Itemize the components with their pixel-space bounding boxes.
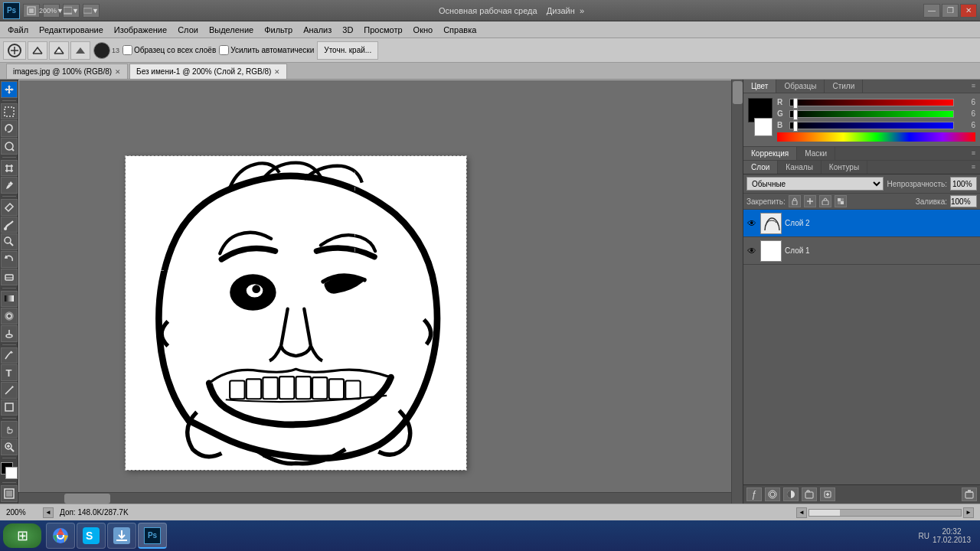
history-brush-tool[interactable] [1, 251, 18, 268]
lock-all-btn[interactable] [819, 195, 831, 207]
new-group-btn[interactable] [802, 487, 817, 501]
mask-mode-btn[interactable] [1, 485, 18, 502]
scroll-right-btn[interactable]: ► [963, 507, 974, 518]
shape-tool[interactable] [1, 399, 18, 416]
color-tab[interactable]: Цвет [743, 80, 776, 93]
zoom-select[interactable]: 200% ▼ [43, 4, 60, 18]
layer-2-visibility[interactable]: 👁 [746, 218, 757, 229]
lock-position-btn[interactable] [804, 195, 816, 207]
correction-tab[interactable]: Коррекция [743, 147, 797, 160]
menu-view[interactable]: Просмотр [359, 24, 407, 36]
pen-tool[interactable] [1, 347, 18, 364]
clone-tool[interactable] [1, 233, 18, 250]
menu-analysis[interactable]: Анализ [299, 24, 336, 36]
h-scrollbar-thumb[interactable] [64, 494, 110, 504]
paths-tab[interactable]: Контуры [822, 161, 867, 174]
sample-all-layers-input[interactable] [122, 45, 132, 55]
doc-tab-0[interactable]: images.jpg @ 100% (RGB/8) ✕ [6, 64, 128, 79]
layers-tab[interactable]: Слои [743, 161, 778, 174]
intersect-brush-btn[interactable] [70, 41, 90, 60]
menu-window[interactable]: Окно [409, 24, 438, 36]
delete-layer-btn[interactable] [962, 487, 977, 501]
vertical-scrollbar[interactable] [731, 80, 743, 504]
minimize-button[interactable]: — [923, 4, 940, 18]
doc-tab-1[interactable]: Без имени-1 @ 200% (Слой 2, RGB/8) ✕ [129, 64, 287, 79]
scrollbar-thumb[interactable] [733, 81, 743, 104]
auto-enhance-input[interactable] [219, 45, 229, 55]
marquee-tool[interactable] [1, 103, 18, 120]
close-button[interactable]: ✕ [960, 4, 977, 18]
add-mask-btn[interactable] [765, 487, 780, 501]
eyedropper-tool[interactable] [1, 177, 18, 194]
h-scroll-indicator[interactable] [809, 510, 840, 516]
quick-select-tool[interactable] [1, 138, 18, 155]
menu-select[interactable]: Выделение [204, 24, 258, 36]
hand-tool[interactable] [1, 421, 18, 438]
move-tool[interactable] [1, 81, 18, 98]
gradient-tool[interactable] [1, 291, 18, 308]
blend-mode-select[interactable]: Обычные [746, 177, 884, 191]
color-spectrum[interactable] [777, 132, 975, 142]
red-slider-thumb[interactable] [793, 98, 798, 109]
brush-tool[interactable] [1, 217, 18, 233]
dodge-tool[interactable] [1, 325, 18, 342]
menu-help[interactable]: Справка [439, 24, 481, 36]
menu-image[interactable]: Изображение [109, 24, 172, 36]
doc-tab-0-close[interactable]: ✕ [115, 68, 121, 76]
horizontal-scrollbar[interactable] [18, 492, 731, 504]
zoom-tool[interactable] [1, 439, 18, 455]
display-btn[interactable]: ▼ [63, 4, 80, 18]
lock-transparent-btn[interactable] [835, 195, 847, 207]
mode-btn[interactable] [23, 4, 40, 18]
h-scroll-track[interactable] [808, 509, 962, 517]
eraser-tool[interactable] [1, 269, 18, 285]
menu-filter[interactable]: Фильтр [260, 24, 297, 36]
layer-item-1[interactable]: 👁 Слой 1 [743, 237, 980, 265]
color-panel-close[interactable]: ≡ [967, 80, 980, 93]
sample-all-layers-check[interactable]: Образец со всех слоёв [122, 45, 216, 55]
background-color[interactable] [5, 467, 18, 479]
menu-layers[interactable]: Слои [173, 24, 203, 36]
opacity-input[interactable] [950, 177, 977, 191]
add-style-btn[interactable]: ƒ [746, 487, 762, 501]
taskbar-photoshop[interactable]: Ps [138, 523, 167, 549]
path-select-tool[interactable] [1, 382, 18, 399]
menu-3d[interactable]: 3D [338, 24, 358, 36]
layers-panel-close[interactable]: ≡ [967, 161, 980, 174]
subtract-brush-btn[interactable] [49, 41, 69, 60]
styles-tab[interactable]: Стили [825, 80, 863, 93]
blue-slider-thumb[interactable] [793, 121, 798, 132]
lock-pixels-btn[interactable] [789, 195, 801, 207]
restore-button[interactable]: ❐ [942, 4, 959, 18]
blur-tool[interactable] [1, 308, 18, 324]
lasso-tool[interactable] [1, 120, 18, 137]
swatches-tab[interactable]: Образцы [776, 80, 825, 93]
masks-tab[interactable]: Маски [797, 147, 835, 160]
status-icon-left[interactable]: ◄ [43, 507, 54, 518]
refine-edge-button[interactable]: Уточн. край... [317, 41, 378, 60]
new-layer-btn[interactable] [820, 487, 835, 501]
brush-color[interactable] [93, 42, 110, 59]
text-tool[interactable]: T [1, 364, 18, 381]
taskbar-downloads[interactable] [107, 523, 136, 549]
fg-bg-colors[interactable] [1, 462, 18, 479]
extras-btn[interactable]: ▼ [83, 4, 100, 18]
new-fill-adj-btn[interactable] [783, 487, 799, 501]
correction-panel-close[interactable]: ≡ [967, 147, 980, 160]
layer-1-visibility[interactable]: 👁 [746, 246, 757, 256]
menu-file[interactable]: Файл [3, 24, 33, 36]
doc-tab-1-close[interactable]: ✕ [274, 68, 280, 76]
auto-enhance-check[interactable]: Усилить автоматически [219, 45, 314, 55]
add-brush-btn[interactable] [28, 41, 47, 60]
green-slider-thumb[interactable] [793, 109, 798, 120]
background-color-swatch[interactable] [754, 118, 773, 136]
start-button[interactable]: ⊞ [3, 523, 41, 548]
canvas-area[interactable] [18, 80, 743, 504]
taskbar-skype[interactable]: S [77, 523, 106, 549]
healing-tool[interactable] [1, 199, 18, 216]
layer-item-2[interactable]: 👁 Слой 2 [743, 210, 980, 237]
crop-tool[interactable] [1, 160, 18, 177]
scroll-left-btn[interactable]: ◄ [796, 507, 807, 518]
fill-input[interactable] [950, 195, 977, 207]
menu-edit[interactable]: Редактирование [34, 24, 108, 36]
